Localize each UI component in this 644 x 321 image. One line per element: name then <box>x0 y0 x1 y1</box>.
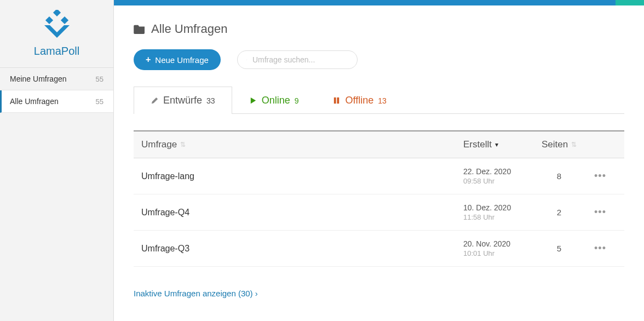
inactive-surveys-link[interactable]: Inaktive Umfragen anzeigen (30) › <box>134 289 624 298</box>
svg-rect-0 <box>53 10 60 16</box>
tab-label: Offline <box>345 95 373 106</box>
tab-entwuerfe[interactable]: Entwürfe 33 <box>134 87 232 114</box>
folder-icon <box>134 24 146 34</box>
svg-rect-6 <box>337 98 340 104</box>
topbar-accent <box>616 0 644 5</box>
survey-created: 20. Nov. 2020 10:01 Uhr <box>463 239 534 257</box>
sort-desc-icon: ▾ <box>495 141 498 148</box>
sidebar-item-count: 55 <box>96 75 104 83</box>
survey-pages: 8 <box>534 171 584 181</box>
svg-rect-1 <box>45 16 53 24</box>
survey-name: Umfrage-lang <box>141 171 463 181</box>
svg-rect-5 <box>334 98 336 104</box>
new-survey-label: Neue Umfrage <box>155 55 209 65</box>
pause-icon <box>332 96 341 105</box>
tab-count: 13 <box>378 96 387 105</box>
survey-created: 22. Dez. 2020 09:58 Uhr <box>463 167 534 185</box>
tab-label: Entwürfe <box>163 95 202 106</box>
tabs: Entwürfe 33 Online 9 Offline 13 <box>134 87 624 114</box>
th-created[interactable]: Erstellt ▾ <box>463 139 534 150</box>
th-name[interactable]: Umfrage ⇅ <box>141 139 463 150</box>
sidebar-nav: Meine Umfragen 55 Alle Umfragen 55 <box>0 68 113 113</box>
survey-name: Umfrage-Q3 <box>141 244 463 254</box>
pencil-icon <box>151 96 159 105</box>
th-pages[interactable]: Seiten ⇅ <box>534 139 584 150</box>
chevron-right-icon: › <box>255 289 258 298</box>
table-header: Umfrage ⇅ Erstellt ▾ Seiten ⇅ <box>134 130 624 158</box>
tab-count: 33 <box>206 96 215 105</box>
logo-area: LamaPoll <box>0 0 113 68</box>
new-survey-button[interactable]: + Neue Umfrage <box>134 49 221 70</box>
table-row[interactable]: Umfrage-Q3 20. Nov. 2020 10:01 Uhr 5 ••• <box>134 231 624 267</box>
sidebar-item-label: Alle Umfragen <box>10 97 59 106</box>
sidebar-item-meine-umfragen[interactable]: Meine Umfragen 55 <box>0 68 113 90</box>
page-title: Alle Umfragen <box>151 22 227 36</box>
row-actions-button[interactable]: ••• <box>584 207 617 218</box>
table-row[interactable]: Umfrage-lang 22. Dez. 2020 09:58 Uhr 8 •… <box>134 158 624 194</box>
tab-offline[interactable]: Offline 13 <box>315 87 403 114</box>
row-actions-button[interactable]: ••• <box>584 170 617 182</box>
row-actions-button[interactable]: ••• <box>584 243 617 254</box>
survey-created: 10. Dez. 2020 11:58 Uhr <box>463 203 534 221</box>
sidebar-item-label: Meine Umfragen <box>10 74 67 83</box>
sort-icon: ⇅ <box>571 141 577 148</box>
sidebar-item-alle-umfragen[interactable]: Alle Umfragen 55 <box>0 90 113 113</box>
topbar <box>114 0 644 5</box>
search-icon <box>246 56 247 64</box>
survey-pages: 2 <box>534 208 584 217</box>
brand-name: LamaPoll <box>34 45 79 58</box>
tab-count: 9 <box>295 96 299 105</box>
tab-label: Online <box>262 95 290 106</box>
svg-rect-2 <box>60 16 68 24</box>
main: Alle Umfragen + Neue Umfrage <box>114 0 644 321</box>
survey-pages: 5 <box>534 244 584 253</box>
survey-table: Umfrage ⇅ Erstellt ▾ Seiten ⇅ Umfrage-la… <box>134 130 624 267</box>
svg-point-3 <box>246 60 247 60</box>
page-title-row: Alle Umfragen <box>134 22 624 36</box>
survey-name: Umfrage-Q4 <box>141 208 463 217</box>
play-icon <box>249 96 257 105</box>
tab-online[interactable]: Online 9 <box>232 87 316 114</box>
brand-logo <box>38 10 76 42</box>
toolbar: + Neue Umfrage <box>134 49 624 70</box>
sidebar-item-count: 55 <box>96 98 104 106</box>
search-wrap[interactable] <box>237 50 358 69</box>
sort-icon: ⇅ <box>180 141 186 148</box>
plus-icon: + <box>146 55 151 65</box>
search-input[interactable] <box>252 55 348 64</box>
table-row[interactable]: Umfrage-Q4 10. Dez. 2020 11:58 Uhr 2 ••• <box>134 194 624 231</box>
sidebar: LamaPoll Meine Umfragen 55 Alle Umfragen… <box>0 0 114 321</box>
